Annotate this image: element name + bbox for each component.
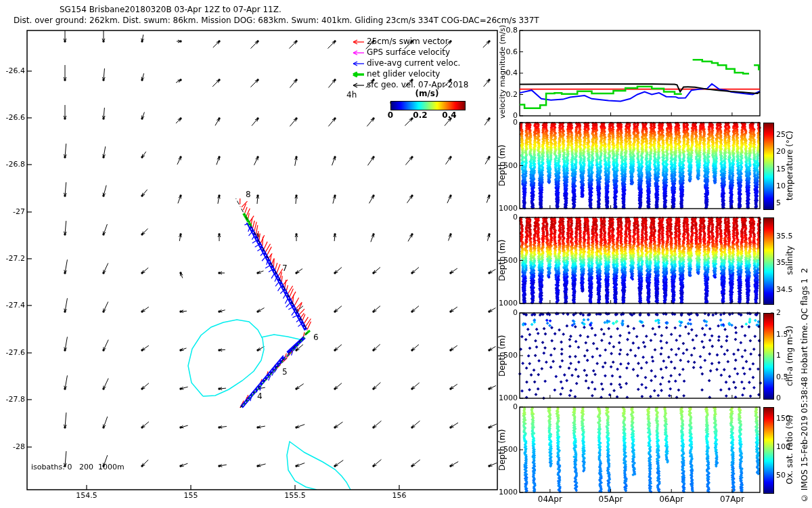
temperature-colorbar-tick: 5	[776, 199, 781, 207]
map-ytick-label: -27	[1, 208, 25, 216]
time-tick-label: 05Apr	[591, 495, 631, 504]
map-xtick-label: 154.5	[70, 492, 104, 500]
salinity-colorbar-label: salinity	[786, 217, 795, 303]
temperature-colorbar-label: temperature (°C)	[786, 123, 795, 209]
legend-colorbar-tick: 0	[380, 111, 401, 120]
track-day-label: 8	[246, 190, 251, 199]
map-xtick-label: 156	[382, 492, 416, 500]
imos-watermark: © IMOS 15-Feb-2019 05:38:48 Hobart time.…	[800, 276, 809, 503]
time-tick-label: 04Apr	[530, 495, 570, 504]
track-day-label: 5	[282, 368, 288, 377]
figure-subtitle: Dist. over ground: 262km. Dist. swum: 86…	[14, 16, 539, 25]
chl-colorbar-tick: 0	[776, 394, 781, 402]
time-tick-label: 07Apr	[712, 495, 752, 504]
chl-colorbar-label: chl-a (mg m-3)	[786, 313, 795, 398]
map-ytick-label: -27.8	[1, 396, 25, 404]
temperature-colorbar-tick: 25	[776, 131, 786, 139]
map-xtick-label: 155	[174, 492, 208, 500]
map-ytick-label: -27.4	[1, 301, 25, 310]
temperature-colorbar-tick: 15	[776, 165, 786, 173]
temperature-colorbar	[763, 123, 774, 210]
legend-label: 25cm/s swim vector	[367, 37, 449, 46]
legend-label: dive-avg current veloc.	[367, 59, 460, 68]
depth-axis-label: Depth (m)	[498, 407, 508, 492]
text-layer: SG154 Brisbane20180320B 03-Apr 12Z to 07…	[0, 0, 812, 508]
depth-axis-label: Depth (m)	[498, 217, 508, 303]
legend-colorbar	[390, 101, 466, 110]
chl-colorbar	[763, 313, 774, 400]
track-day-label: 7	[282, 264, 288, 273]
salinity-colorbar	[763, 217, 774, 305]
map-xtick-label: 155.5	[278, 492, 312, 500]
depth-axis-label: Depth (m)	[498, 313, 508, 398]
track-day-label: 6	[313, 333, 319, 342]
map-ytick-label: -28	[1, 443, 25, 451]
oxygen-colorbar	[763, 407, 774, 494]
temperature-colorbar-tick: 20	[776, 148, 786, 156]
chl-colorbar-tick: 2	[776, 309, 781, 317]
track-day-label: 4	[257, 392, 263, 401]
oxygen-colorbar-tick: 50	[776, 471, 786, 480]
figure-title: SG154 Brisbane20180320B 03-Apr 12Z to 07…	[60, 5, 281, 14]
temperature-colorbar-tick: 10	[776, 182, 786, 190]
time-tick-label: 06Apr	[651, 495, 692, 504]
legend-label: GPS surface velocity	[367, 48, 450, 57]
map-ytick-label: -27.6	[1, 349, 25, 357]
depth-axis-label: Depth (m)	[498, 123, 508, 209]
legend-label: net glider velocity	[367, 70, 440, 79]
isobaths-label: isobaths: 0 200 1000m	[31, 463, 125, 471]
seaglider-mission-figure: SG154 Brisbane20180320B 03-Apr 12Z to 07…	[0, 0, 812, 508]
map-ytick-label: -26.8	[1, 161, 25, 169]
map-ytick-label: -26.6	[1, 114, 25, 122]
velocity-axis-label: velocity magnitude (m/s)	[499, 28, 508, 119]
legend-colorbar-tick: 0.4	[439, 111, 459, 120]
map-ytick-label: -27.2	[1, 255, 25, 263]
salinity-colorbar-tick: 35	[776, 259, 786, 267]
chl-colorbar-tick: 1	[776, 352, 781, 360]
oxygen-colorbar-label: Ox. sat. ratio (%)	[786, 407, 795, 492]
legend-colorbar-tick: 0.2	[410, 111, 430, 120]
map-ytick-label: -26.4	[1, 67, 25, 75]
legend-scale-label: 4h	[346, 91, 357, 100]
legend-colorbar-title: (m/s)	[400, 89, 454, 98]
